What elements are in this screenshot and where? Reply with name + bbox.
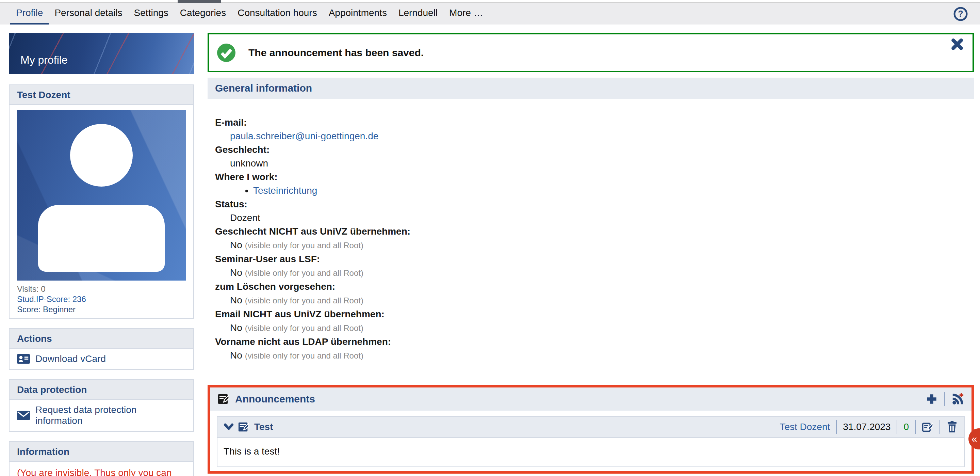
information-widget: Information (You are invisible. Thus onl… (9, 441, 194, 476)
double-chevron-left-icon: « (972, 433, 977, 445)
visibility-note: (visible only for you and all Root) (245, 351, 363, 360)
data-protection-widget: Data protection Request data protection … (9, 379, 194, 432)
announcement-item: Test Test Dozent 31.07.2023 0 (217, 416, 965, 467)
profile-tab-bar: Profile Personal details Settings Catego… (0, 3, 980, 24)
avatar (17, 110, 186, 281)
help-icon[interactable]: ? (953, 6, 969, 22)
announcements-icon (218, 393, 230, 405)
field-value-text: No (230, 323, 242, 333)
tab-more[interactable]: More … (443, 3, 489, 24)
avatar-torso-shape (38, 205, 165, 272)
announcement-title[interactable]: Test (254, 422, 273, 433)
request-data-protection-link[interactable]: Request data protection information (35, 404, 186, 426)
top-scroll-indicator (178, 0, 221, 3)
announcement-body: This is a test! (218, 438, 964, 466)
tab-settings[interactable]: Settings (128, 3, 174, 24)
announcement-date: 31.07.2023 (843, 422, 891, 433)
divider (940, 420, 940, 434)
tab-categories[interactable]: Categories (174, 3, 232, 24)
general-information-body: E-mail: paula.schreiber@uni-goettingen.d… (208, 99, 974, 367)
divider (944, 392, 945, 406)
visibility-note: (visible only for you and all Root) (245, 241, 363, 250)
visibility-note: (visible only for you and all Root) (245, 268, 363, 278)
divider (915, 420, 916, 434)
tab-profile[interactable]: Profile (10, 3, 49, 24)
field-label-status: Status: (215, 198, 966, 211)
field-label-zum-loeschen: zum Löschen vorgesehen: (215, 280, 966, 294)
field-value-email: paula.schreiber@uni-goettingen.de (215, 129, 966, 143)
id-card-icon (17, 354, 30, 364)
field-label-email-univz: Email NICHT aus UniVZ übernehmen: (215, 307, 966, 321)
field-label-vorname-ldap: Vorname nicht aus LDAP übernehmen: (215, 335, 966, 349)
success-message: The announcement has been saved. (248, 47, 424, 59)
download-vcard-link[interactable]: Download vCard (35, 353, 106, 364)
field-label-email: E-mail: (215, 116, 966, 129)
visibility-note: (visible only for you and all Root) (245, 323, 363, 333)
rss-feed-icon[interactable] (951, 393, 964, 406)
announcements-title: Announcements (235, 393, 315, 405)
add-announcement-icon[interactable] (925, 393, 938, 406)
divider (897, 420, 897, 434)
field-label-seminar-user-lsf: Seminar-User aus LSF: (215, 252, 966, 266)
announcements-header: Announcements (210, 388, 972, 411)
profile-stats: Visits: 0 Stud.IP-Score: 236 Score: Begi… (17, 284, 186, 315)
close-icon[interactable] (951, 38, 964, 51)
page-title: My profile (21, 54, 68, 66)
trash-icon[interactable] (946, 421, 958, 433)
field-value-where-i-work: Testeinrichtung (215, 184, 966, 198)
field-value-geschlecht-univz: No(visible only for you and all Root) (215, 238, 966, 252)
information-title: Information (10, 442, 193, 462)
general-information-title: General information (208, 78, 974, 99)
field-value-vorname-ldap: No(visible only for you and all Root) (215, 349, 966, 363)
comment-count: 0 (904, 422, 909, 433)
field-value-email-univz: No(visible only for you and all Root) (215, 321, 966, 335)
actions-widget-title: Actions (10, 329, 193, 349)
avatar-head-shape (70, 124, 133, 187)
information-body: (You are invisible. Thus only you can vi… (10, 462, 193, 476)
visibility-note: (visible only for you and all Root) (245, 296, 363, 305)
chevron-down-icon[interactable] (224, 422, 234, 432)
news-icon (238, 421, 250, 433)
field-label-geschlecht-univz: Geschlecht NICHT aus UniVZ übernehmen: (215, 225, 966, 238)
svg-text:?: ? (958, 9, 963, 18)
email-link[interactable]: paula.schreiber@uni-goettingen.de (230, 131, 379, 141)
data-protection-title: Data protection (10, 380, 193, 400)
field-label-where-i-work: Where I work: (215, 170, 966, 184)
studip-profile-page: Profile Personal details Settings Catego… (0, 0, 980, 476)
field-value-text: No (230, 240, 242, 250)
check-circle-icon (217, 43, 235, 62)
field-value-seminar-user-lsf: No(visible only for you and all Root) (215, 266, 966, 280)
studip-score-link[interactable]: Stud.IP-Score: 236 (17, 294, 186, 304)
sidebar: My profile Test Dozent Visits: 0 Stud.IP… (9, 33, 194, 476)
profile-card: Test Dozent Visits: 0 Stud.IP-Score: 236… (9, 85, 194, 319)
tab-appointments[interactable]: Appointments (323, 3, 393, 24)
top-strip (0, 0, 980, 3)
tab-lernduell[interactable]: Lernduell (393, 3, 443, 24)
tab-personal-details[interactable]: Personal details (49, 3, 128, 24)
field-value-status: Dozent (215, 211, 966, 225)
actions-widget: Actions Download vCard (9, 328, 194, 370)
field-value-text: No (230, 267, 242, 278)
visits-stat: Visits: 0 (17, 284, 186, 294)
divider (836, 420, 837, 434)
field-value-text: No (230, 350, 242, 361)
field-value-text: No (230, 295, 242, 305)
field-value-geschlecht: unknown (215, 157, 966, 170)
institution-link[interactable]: Testeinrichtung (253, 185, 317, 196)
invisibility-notice: (You are invisible. Thus only you can vi… (17, 466, 186, 476)
profile-card-title: Test Dozent (10, 85, 193, 105)
general-information-section: General information E-mail: paula.schrei… (208, 78, 974, 367)
envelope-icon (17, 410, 30, 420)
success-banner: The announcement has been saved. (208, 33, 974, 72)
score-level: Score: Beginner (17, 304, 186, 315)
announcements-section: Announcements Test Test Dozent (208, 385, 974, 474)
tab-consultation-hours[interactable]: Consultation hours (232, 3, 323, 24)
announcements-actions (925, 392, 964, 406)
announcement-author-link[interactable]: Test Dozent (780, 422, 830, 433)
request-data-protection-row[interactable]: Request data protection information (10, 400, 193, 431)
profile-card-body: Visits: 0 Stud.IP-Score: 236 Score: Begi… (10, 105, 193, 318)
institution-list-item: Testeinrichtung (253, 184, 966, 198)
sidebar-banner: My profile (9, 33, 194, 74)
download-vcard-row[interactable]: Download vCard (10, 349, 193, 369)
edit-icon[interactable] (922, 421, 933, 433)
